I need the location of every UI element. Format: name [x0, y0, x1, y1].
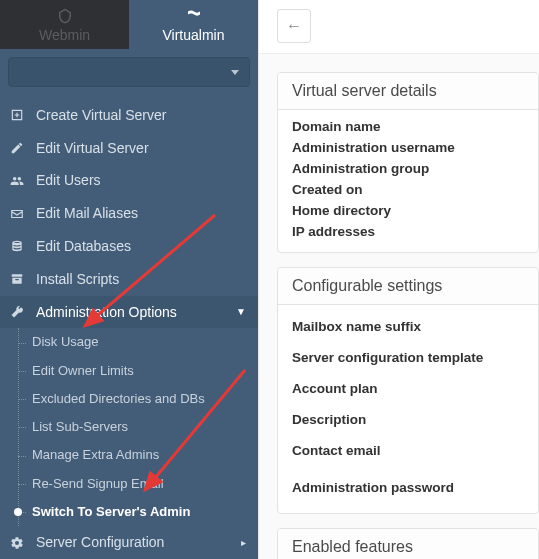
nav-install-scripts[interactable]: Install Scripts — [0, 263, 258, 296]
label-domain-name: Domain name — [292, 116, 524, 137]
domain-dropdown[interactable] — [8, 57, 250, 87]
nav-edit-virtual-server[interactable]: Edit Virtual Server — [0, 132, 258, 165]
admin-options-submenu: Disk Usage Edit Owner Limits Excluded Di… — [0, 328, 258, 526]
label-created-on: Created on — [292, 179, 524, 200]
nav-edit-mail-aliases[interactable]: Edit Mail Aliases — [0, 197, 258, 230]
caret-right-icon: ▸ — [241, 537, 246, 549]
nav-create-virtual-server[interactable]: Create Virtual Server — [0, 99, 258, 132]
wrench-icon — [10, 305, 26, 319]
sidebar: Webmin Virtualmin Create Virtual Server … — [0, 0, 258, 559]
tab-virtualmin[interactable]: Virtualmin — [129, 0, 258, 49]
subnav-label: Manage Extra Admins — [32, 447, 159, 463]
topbar: ← — [259, 0, 539, 54]
tab-virtualmin-label: Virtualmin — [163, 27, 225, 43]
subnav-manage-extra-admins[interactable]: Manage Extra Admins — [0, 441, 258, 469]
nav-label: Install Scripts — [36, 271, 119, 288]
caret-down-icon: ▼ — [236, 306, 246, 318]
plus-square-icon — [10, 108, 26, 122]
subnav-label: Re-Send Signup Email — [32, 476, 164, 492]
envelope-icon — [10, 207, 26, 221]
panel-heading: Configurable settings — [278, 268, 538, 305]
nav-label: Edit Virtual Server — [36, 140, 149, 157]
subnav-label: List Sub-Servers — [32, 419, 128, 435]
sidebar-nav-lower: Server Configuration ▸ — [0, 526, 258, 559]
pencil-square-icon — [10, 141, 26, 155]
label-ip-addresses: IP addresses — [292, 221, 524, 242]
subnav-label: Disk Usage — [32, 334, 98, 350]
main-content: ← Virtual server details Domain name Adm… — [258, 0, 539, 559]
nav-label: Edit Mail Aliases — [36, 205, 138, 222]
subnav-resend-signup-email[interactable]: Re-Send Signup Email — [0, 470, 258, 498]
label-account-plan: Account plan — [292, 373, 524, 404]
nav-label: Administration Options — [36, 304, 177, 321]
subnav-label: Switch To Server's Admin — [32, 504, 190, 520]
nav-label: Create Virtual Server — [36, 107, 166, 124]
nav-edit-users[interactable]: Edit Users — [0, 164, 258, 197]
tab-webmin-label: Webmin — [39, 27, 90, 43]
nav-label: Edit Databases — [36, 238, 131, 255]
panel-heading: Enabled features — [278, 529, 538, 559]
sidebar-nav: Create Virtual Server Edit Virtual Serve… — [0, 99, 258, 329]
label-home-directory: Home directory — [292, 200, 524, 221]
webmin-icon — [56, 7, 74, 25]
archive-icon — [10, 272, 26, 286]
arrow-left-icon: ← — [286, 17, 302, 35]
virtualmin-icon — [185, 7, 203, 25]
label-admin-username: Administration username — [292, 137, 524, 158]
cogs-icon — [10, 536, 26, 550]
back-button[interactable]: ← — [277, 9, 311, 43]
nav-label: Edit Users — [36, 172, 101, 189]
subnav-edit-owner-limits[interactable]: Edit Owner Limits — [0, 357, 258, 385]
subnav-excluded-dirs-dbs[interactable]: Excluded Directories and DBs — [0, 385, 258, 413]
subnav-label: Excluded Directories and DBs — [32, 391, 205, 407]
nav-label: Server Configuration — [36, 534, 164, 551]
subnav-switch-to-servers-admin[interactable]: Switch To Server's Admin — [0, 498, 258, 526]
subnav-disk-usage[interactable]: Disk Usage — [0, 328, 258, 356]
product-tabs: Webmin Virtualmin — [0, 0, 258, 49]
subnav-list-sub-servers[interactable]: List Sub-Servers — [0, 413, 258, 441]
label-contact-email: Contact email — [292, 435, 524, 466]
label-mailbox-suffix: Mailbox name suffix — [292, 311, 524, 342]
label-server-template: Server configuration template — [292, 342, 524, 373]
label-admin-password: Administration password — [292, 466, 524, 503]
nav-edit-databases[interactable]: Edit Databases — [0, 230, 258, 263]
label-admin-group: Administration group — [292, 158, 524, 179]
panel-virtual-server-details: Virtual server details Domain name Admin… — [277, 72, 539, 253]
nav-server-configuration[interactable]: Server Configuration ▸ — [0, 526, 258, 559]
subnav-label: Edit Owner Limits — [32, 363, 134, 379]
panel-configurable-settings: Configurable settings Mailbox name suffi… — [277, 267, 539, 514]
panel-enabled-features: Enabled features — [277, 528, 539, 559]
label-description: Description — [292, 404, 524, 435]
panel-heading: Virtual server details — [278, 73, 538, 110]
nav-administration-options[interactable]: Administration Options ▼ — [0, 296, 258, 329]
database-icon — [10, 239, 26, 253]
tab-webmin[interactable]: Webmin — [0, 0, 129, 49]
users-icon — [10, 174, 26, 188]
